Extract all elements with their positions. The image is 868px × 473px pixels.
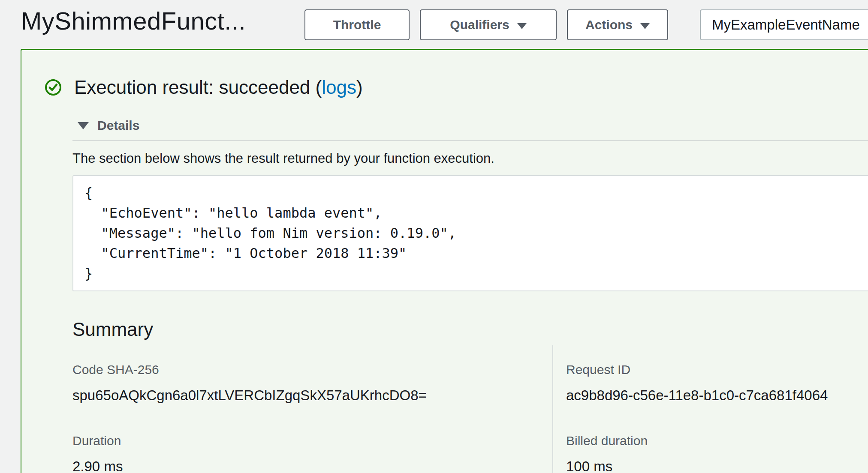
status-text-suffix: ) <box>356 77 363 98</box>
details-toggle-label: Details <box>97 118 139 133</box>
field-label: Billed duration <box>566 433 827 449</box>
qualifiers-button-label: Qualifiers <box>450 18 509 32</box>
actions-button[interactable]: Actions <box>567 9 668 40</box>
function-name-title: MyShimmedFunct... <box>21 7 246 35</box>
field-value: 100 ms <box>566 458 827 473</box>
summary-grid: Code SHA-256 spu65oAQkCgn6a0l7xtLVERCbIZ… <box>72 345 868 473</box>
test-event-select-value: MyExampleEventName <box>712 17 860 33</box>
logs-link[interactable]: logs <box>322 77 356 98</box>
result-json-output: { "EchoEvent": "hello lambda event", "Me… <box>84 183 865 284</box>
throttle-button[interactable]: Throttle <box>304 9 410 40</box>
test-event-select[interactable]: MyExampleEventName <box>700 9 868 40</box>
summary-field-duration: Duration 2.90 ms <box>72 422 552 473</box>
field-value: spu65oAQkCgn6a0l7xtLVERCbIZgqSkX57aUKrhc… <box>72 386 552 404</box>
header-bar: MyShimmedFunct... Throttle Qualifiers Ac… <box>0 0 868 49</box>
field-value: 2.90 ms <box>72 458 552 473</box>
summary-field-request-id: Request ID ac9b8d96-c56e-11e8-b1c0-c7ca6… <box>552 345 827 422</box>
caret-down-icon <box>640 23 650 29</box>
result-description: The section below shows the result retur… <box>72 150 868 168</box>
result-code-box: { "EchoEvent": "hello lambda event", "Me… <box>72 175 868 291</box>
summary-field-billed-duration: Billed duration 100 ms <box>552 422 827 473</box>
caret-down-icon <box>517 23 527 29</box>
details-separator <box>72 140 868 141</box>
field-label: Request ID <box>566 362 827 378</box>
details-toggle[interactable]: Details <box>78 118 868 133</box>
actions-button-label: Actions <box>585 18 633 32</box>
triangle-down-icon <box>78 122 89 129</box>
summary-heading: Summary <box>72 318 868 341</box>
field-label: Code SHA-256 <box>72 362 552 378</box>
field-value: ac9b8d96-c56e-11e8-b1c0-c7ca681f4064 <box>566 386 827 404</box>
execution-status-title: Execution result: succeeded (logs) <box>74 76 363 99</box>
check-circle-icon <box>44 78 62 98</box>
summary-field-code-sha: Code SHA-256 spu65oAQkCgn6a0l7xtLVERCbIZ… <box>72 345 552 422</box>
throttle-button-label: Throttle <box>333 18 381 32</box>
qualifiers-button[interactable]: Qualifiers <box>420 9 557 40</box>
status-text: Execution result: succeeded ( <box>74 77 322 98</box>
status-row: Execution result: succeeded (logs) <box>44 76 868 99</box>
execution-result-panel: Execution result: succeeded (logs) Detai… <box>21 49 868 473</box>
field-label: Duration <box>72 433 552 449</box>
